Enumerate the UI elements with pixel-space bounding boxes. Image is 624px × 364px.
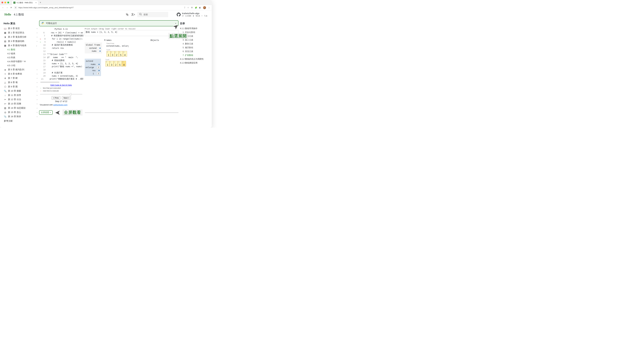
site-logo[interactable]: Hello [4, 13, 11, 16]
sidepanel-icon[interactable]: ◧ [199, 6, 201, 9]
output-header: Print output (drag lower right corner to… [85, 28, 179, 30]
code-line: 17 print("数组 nums =", nums) [39, 65, 83, 68]
theme-toggle-icon[interactable] [126, 13, 129, 16]
sidebar-section[interactable]: 4.5 小结 [3, 64, 38, 68]
browser-tab[interactable]: 4.1 数组 - Hello 算法 × [12, 0, 38, 5]
sidebar-chapter[interactable]: ⬡第 9 章 图› [3, 85, 38, 89]
language-icon[interactable]: 文A [131, 13, 135, 16]
chevron-down-icon: ▾ [175, 22, 176, 25]
titlebar: 4.1 数组 - Hello 算法 × + [0, 0, 212, 5]
share-icon[interactable]: ⤴ [184, 6, 185, 9]
sidebar-section[interactable]: 4.1 数组 [3, 48, 38, 52]
sidebar-chapter[interactable]: 📖第 0 章 前言› [3, 26, 38, 31]
code-line: 13"""Driver Code""" [39, 53, 83, 56]
toc-item[interactable]: 1. 初始化数组 [180, 30, 208, 34]
menu-icon[interactable]: ⋮ [208, 6, 210, 9]
sidebar-chapter[interactable]: ▦第 1 章 初识算法› [3, 31, 38, 35]
code-line: 21 print("将数组长度扩展至 8 ，得到 nums =", nums) [39, 77, 83, 80]
chapter-label: 第 13 章 回溯 [8, 102, 21, 105]
sidebar-chapter[interactable]: 🔍第 10 章 搜索› [3, 89, 38, 93]
github-icon [177, 13, 181, 17]
chapter-icon: ▦ [4, 44, 6, 47]
python-icon [41, 22, 44, 25]
list-cell: 01 [105, 61, 109, 66]
address-bar[interactable]: ⚙ https://www.hello-algo.com/chapter_arr… [14, 6, 182, 9]
chapter-label: 第 16 章 附录 [8, 115, 21, 118]
extensions-icon[interactable]: 🧩 [195, 6, 197, 9]
code-horizontal-scrollbar[interactable] [40, 82, 59, 83]
viz-accordion-header[interactable]: 可视化运行 ▾ [39, 20, 179, 26]
chevron-right-icon: ⌄ [36, 45, 37, 47]
bookmark-icon[interactable]: ☆ [187, 6, 189, 9]
toc-item[interactable]: 5. 遍历数组 [180, 46, 208, 50]
nav-back-button[interactable]: ← [2, 6, 4, 9]
sidebar-chapter[interactable]: ✂第 12 章 分治› [3, 97, 38, 102]
slider-thumb[interactable] [70, 93, 72, 95]
sidebar-section[interactable]: 4.2 链表 [3, 52, 38, 56]
sidebar-chapter[interactable]: ▦第 4 章 数组与链表⌄ [3, 43, 38, 48]
next-step-button[interactable]: Next > [62, 96, 71, 100]
sidebar-chapter[interactable]: ⌗第 6 章 哈希表› [3, 72, 38, 76]
code-line: 20 nums = extend(nums, 3) [39, 74, 83, 77]
toc-item[interactable]: 2. 访问元素 [180, 34, 208, 38]
prev-step-button[interactable]: < Prev [52, 96, 60, 100]
code-line: →8 for i in range(len(nums)): [39, 37, 83, 40]
sidebar-chapter[interactable]: ◎第 15 章 贪心› [3, 110, 38, 114]
prev-line-arrow-icon: → [40, 41, 41, 43]
step-indicator: Step 17 of 22 [39, 100, 83, 103]
minimize-window-button[interactable] [4, 2, 6, 3]
sidebar-chapter[interactable]: ⋔第 7 章 树› [3, 76, 38, 80]
code-line: 19 # 长度扩展 [39, 71, 83, 74]
search-input[interactable] [144, 13, 164, 16]
chapter-label: 第 10 章 搜索 [8, 90, 21, 92]
sidebar-chapter[interactable]: ↕第 11 章 排序› [3, 93, 38, 97]
step-slider[interactable] [40, 94, 82, 95]
fullscreen-button[interactable]: 全屏观看 > [39, 110, 53, 115]
tab-close-button[interactable]: × [35, 1, 37, 4]
toc-item[interactable]: 4.1.2 数组的优点与局限性 [180, 57, 208, 61]
pythontutor-link[interactable]: pythontutor.com [53, 104, 68, 106]
chapter-label: 第 3 章 数据结构 [8, 40, 24, 43]
sidebar-chapter[interactable]: ⧗第 2 章 复杂度分析› [3, 35, 38, 39]
nav-forward-button[interactable]: → [6, 6, 8, 9]
chapter-label: 第 2 章 复杂度分析 [8, 36, 26, 38]
sidebar-section[interactable]: 4.4 内存与缓存 * ✱ [3, 60, 38, 64]
new-tab-button[interactable]: + [40, 1, 41, 4]
github-link[interactable]: krahets/hello-algo 🏷1.0.0b6 ★58.2k ⑂7.1k [177, 12, 207, 17]
close-window-button[interactable] [1, 2, 3, 3]
toc-item[interactable]: 6. 查找元素 [180, 50, 208, 53]
chapter-label: 第 12 章 分治 [8, 98, 21, 101]
toc-title: 目录 [180, 22, 208, 25]
pointer-dot [99, 64, 100, 65]
list-cell: 13 [109, 61, 114, 66]
nav-reload-button[interactable]: ⟳ [10, 6, 12, 9]
sidebar-references[interactable]: 参考文献 [3, 119, 38, 123]
sidebar-chapter[interactable]: ↩第 13 章 回溯› [3, 102, 38, 106]
toc-item[interactable]: 7. 扩容数组 [180, 53, 208, 57]
code-panel: Python 3.11 6 res = [0] * (len(nums) + e… [39, 28, 83, 106]
toc-item[interactable]: 4.1.1 数组常用操作 [180, 27, 208, 30]
download-icon[interactable]: ⬇ [191, 6, 193, 9]
code-listing: 6 res = [0] * (len(nums) + enlarge)7 # 将… [39, 31, 83, 80]
chapter-icon: ⬡ [4, 85, 6, 88]
github-repo-name: krahets/hello-algo [182, 12, 207, 15]
pointer-dot [100, 48, 101, 49]
sidebar-chapter[interactable]: △第 8 章 堆› [3, 80, 38, 85]
toc-item[interactable]: 4.1.3 数组典型应用 [180, 61, 208, 65]
svg-point-3 [43, 24, 43, 24]
list-cell: 35 [119, 51, 123, 57]
chapter-label: 第 11 章 排序 [8, 94, 21, 97]
maximize-window-button[interactable] [7, 2, 9, 3]
search-box[interactable] [137, 12, 168, 17]
visualized-with: Visualized with pythontutor.com [39, 103, 83, 106]
toc-item[interactable]: 3. 插入元素 [180, 38, 208, 42]
sidebar-chapter[interactable]: ▤第 3 章 数据结构› [3, 39, 38, 43]
sidebar-chapter[interactable]: ▥第 14 章 动态规划› [3, 106, 38, 110]
sidebar-chapter[interactable]: 📎第 16 章 附录› [3, 114, 38, 119]
sidebar-chapter[interactable]: ≣第 5 章 栈与队列› [3, 68, 38, 72]
toc-item[interactable]: 4. 删除元素 [180, 42, 208, 46]
profile-avatar[interactable] [203, 6, 206, 9]
site-info-icon[interactable]: ⚙ [14, 6, 17, 9]
sidebar-section[interactable]: 4.3 列表 [3, 56, 38, 60]
edit-code-link[interactable]: Edit Code & Get AI Help [51, 84, 72, 86]
